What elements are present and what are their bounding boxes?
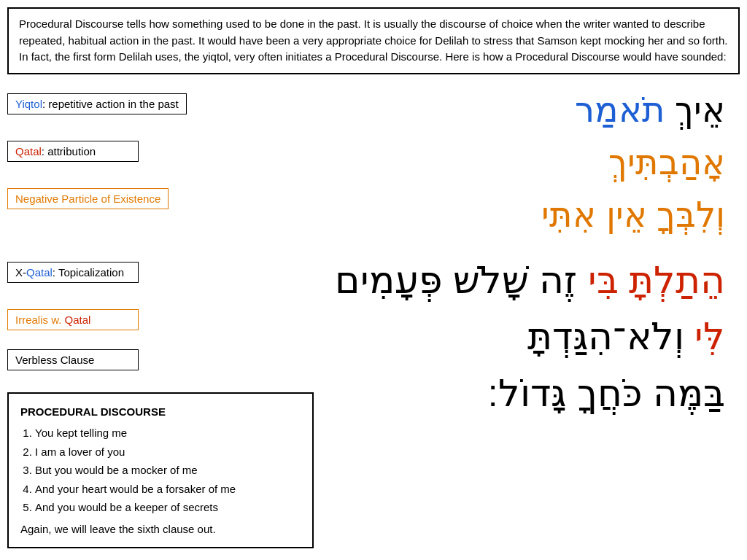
qatal-prefix: Qatal <box>15 145 42 158</box>
lower-left-panel: X-Qatal: Topicalization Irrealis w. Qata… <box>7 256 241 549</box>
lower-right-panel: הֵתַלְתָּ בִּי זֶה שָׁלֹשׁ פְּעָמִים לִּ… <box>241 256 740 549</box>
hebrew-line1-blue: תֹאמַר <box>575 90 665 129</box>
hebrew-line3-orange: וְלִבְּךָ אֵין אִתִּי <box>541 195 725 234</box>
hebrew-line5-black: וְלֹא־הִגַּדְתָּ <box>527 315 684 357</box>
hebrew-line4-black: זֶה שָׁלֹשׁ פְּעָמִים <box>335 259 577 301</box>
lower-area: X-Qatal: Topicalization Irrealis w. Qata… <box>7 256 740 549</box>
intro-text: Procedural Discourse tells how something… <box>19 18 727 63</box>
x-qatal-qatal: Qatal <box>26 266 53 279</box>
left-panel-top: Yiqtol: repetitive action in the past Qa… <box>7 88 241 241</box>
verbless-text: Verbless Clause <box>15 354 94 366</box>
intro-box: Procedural Discourse tells how something… <box>7 7 740 74</box>
x-qatal-label-box: X-Qatal: Topicalization <box>7 262 139 283</box>
hebrew-line-1: אֵיךְ תֹאמַר <box>248 88 725 133</box>
negative-particle-label-box: Negative Particle of Existence <box>7 188 169 209</box>
hebrew-line-4: הֵתַלְתָּ בִּי זֶה שָׁלֹשׁ פְּעָמִים <box>241 256 725 306</box>
hebrew-line2-orange: אָהַבְתִּיךְ <box>608 143 725 182</box>
hebrew-line5-red: לִּי <box>694 315 725 357</box>
irrealis-prefix: Irrealis w. <box>15 314 65 326</box>
irrealis-label-box: Irrealis w. Qatal <box>7 309 139 330</box>
right-panel-top: אֵיךְ תֹאמַר אָהַבְתִּיךְ וְלִבְּךָ אֵין… <box>241 88 740 241</box>
qatal-text: : attribution <box>42 145 96 158</box>
hebrew-line1-black: אֵיךְ <box>675 90 725 129</box>
qatal-label-box: Qatal: attribution <box>7 141 139 162</box>
irrealis-qatal: Qatal <box>65 314 91 326</box>
negative-particle-text: Negative Particle of Existence <box>15 192 160 205</box>
verbless-label-box: Verbless Clause <box>7 349 139 370</box>
hebrew-line-2: אָהַבְתִּיךְ <box>248 140 725 185</box>
hebrew-line-3: וְלִבְּךָ אֵין אִתִּי <box>248 192 725 238</box>
hebrew-line-5: לִּי וְלֹא־הִגַּדְתָּ <box>241 312 725 362</box>
x-qatal-text: : Topicalization <box>53 266 124 279</box>
yiqtol-label-box: Yiqtol: repetitive action in the past <box>7 93 187 114</box>
yiqtol-prefix: Yiqtol <box>15 98 42 110</box>
hebrew-line6: בַּמֶּה כֹּחֲךָ גָּדוֹל׃ <box>487 372 725 414</box>
hebrew-line4-red: הֵתַלְתָּ בִּי <box>588 259 725 301</box>
yiqtol-text: : repetitive action in the past <box>42 98 179 110</box>
x-qatal-prefix: X- <box>15 266 26 279</box>
hebrew-line-6: בַּמֶּה כֹּחֲךָ גָּדוֹל׃ <box>241 369 725 419</box>
